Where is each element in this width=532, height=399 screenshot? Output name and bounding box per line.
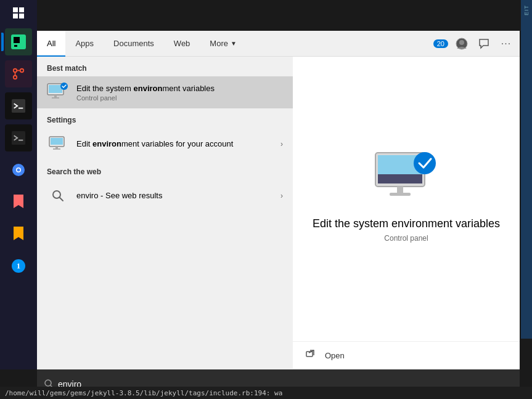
terminal-output: /home/will/gems/gems/jekyll-3.8.5/lib/je…	[5, 389, 282, 397]
terminal2-icon	[12, 131, 25, 145]
bookmark2-icon	[12, 227, 25, 241]
app-title: Edit the system environment variables	[313, 217, 500, 230]
svg-rect-27	[53, 148, 60, 150]
svg-rect-26	[55, 147, 58, 148]
svg-point-35	[414, 152, 436, 174]
svg-text:1: 1	[17, 261, 21, 270]
web-search-label: Search the web	[37, 160, 293, 180]
web-search-arrow: ›	[280, 191, 283, 200]
svg-rect-22	[52, 97, 59, 99]
action-open[interactable]: Open	[293, 342, 520, 369]
action-open-label: Open	[325, 351, 345, 360]
tab-more[interactable]: More ▼	[200, 31, 247, 57]
big-app-icon	[372, 150, 440, 208]
settings-item-icon	[47, 133, 69, 155]
git-icon	[12, 67, 25, 81]
sidebar-app-terminal[interactable]	[5, 92, 32, 119]
tab-apps[interactable]: Apps	[65, 31, 104, 57]
svg-rect-34	[390, 193, 411, 196]
svg-point-5	[14, 76, 17, 79]
svg-point-3	[14, 69, 17, 73]
more-options-icon[interactable]: ···	[497, 35, 515, 52]
chrome-icon	[11, 163, 26, 177]
best-match-subtitle: Control panel	[76, 94, 283, 102]
sidebar-app-chrome[interactable]	[5, 156, 32, 183]
svg-point-4	[20, 69, 24, 73]
sidebar-app-bookmark1[interactable]	[5, 188, 32, 216]
nav-icons: 20 ···	[430, 35, 520, 52]
pycharm-icon	[11, 34, 26, 49]
content-area: Best match	[37, 57, 520, 369]
svg-rect-1	[14, 37, 20, 43]
svg-point-18	[459, 40, 464, 45]
badge-count: 20	[433, 39, 448, 48]
svg-rect-32	[378, 174, 422, 183]
big-monitor-icon	[372, 150, 440, 205]
svg-point-14	[17, 169, 20, 172]
more-arrow-icon: ▼	[231, 40, 237, 47]
best-match-title: Edit the system environment variables	[76, 83, 283, 94]
start-menu: All Apps Documents Web More ▼ 20	[37, 31, 520, 369]
settings-item[interactable]: Edit environment variables for your acco…	[37, 128, 293, 160]
sidebar-app-onepassword[interactable]: 1	[5, 252, 32, 280]
terminal-icon	[12, 99, 25, 113]
tab-all[interactable]: All	[37, 31, 65, 57]
svg-rect-10	[12, 131, 25, 145]
web-search-item[interactable]: enviro - See web results ›	[37, 180, 293, 212]
open-icon	[305, 349, 317, 361]
edge-label: EIT	[523, 5, 530, 15]
search-web-icon	[47, 185, 69, 207]
tab-documents[interactable]: Documents	[104, 31, 164, 57]
windows-button[interactable]	[0, 0, 37, 26]
settings-item-arrow: ›	[280, 140, 283, 148]
svg-rect-20	[49, 85, 62, 93]
onepassword-icon: 1	[11, 259, 26, 273]
best-match-item[interactable]: Edit the system environment variables Co…	[37, 76, 293, 108]
bookmark1-icon	[12, 195, 25, 209]
control-panel-icon	[47, 83, 69, 102]
svg-rect-21	[54, 95, 57, 97]
best-match-icon	[47, 81, 69, 103]
settings-monitor-icon	[49, 136, 67, 152]
web-search-title: enviro - See web results	[76, 190, 273, 201]
right-panel: Edit the system environment variables Co…	[293, 57, 520, 369]
sidebar-app-git[interactable]	[5, 60, 32, 87]
settings-label: Settings	[37, 108, 293, 128]
app-subtitle: Control panel	[384, 234, 428, 243]
feedback-icon[interactable]	[475, 35, 493, 52]
svg-rect-8	[12, 99, 25, 113]
avatar-icon[interactable]	[453, 35, 470, 52]
left-panel: Best match	[37, 57, 293, 369]
settings-item-text: Edit environment variables for your acco…	[76, 139, 273, 150]
svg-rect-25	[51, 138, 63, 145]
right-edge-panel: EIT	[521, 0, 532, 339]
tab-web[interactable]: Web	[164, 31, 200, 57]
sidebar-app-pycharm[interactable]	[5, 28, 32, 55]
right-panel-top: Edit the system environment variables Co…	[293, 57, 520, 341]
sidebar-app-terminal2[interactable]	[5, 124, 32, 151]
terminal-bar: /home/will/gems/gems/jekyll-3.8.5/lib/je…	[0, 387, 532, 399]
svg-rect-33	[397, 187, 403, 193]
nav-tabs: All Apps Documents Web More ▼ 20	[37, 31, 520, 57]
web-search-text: enviro - See web results	[76, 190, 273, 201]
svg-rect-2	[14, 45, 17, 47]
best-match-text: Edit the system environment variables Co…	[76, 83, 283, 102]
svg-line-29	[60, 198, 63, 201]
action-list: Open	[293, 341, 520, 369]
svg-point-28	[53, 191, 60, 198]
sidebar-app-bookmark2[interactable]	[5, 220, 32, 248]
settings-item-title: Edit environment variables for your acco…	[76, 139, 273, 150]
best-match-label: Best match	[37, 57, 293, 76]
windows-icon	[13, 7, 24, 18]
sidebar: 1	[0, 0, 37, 369]
